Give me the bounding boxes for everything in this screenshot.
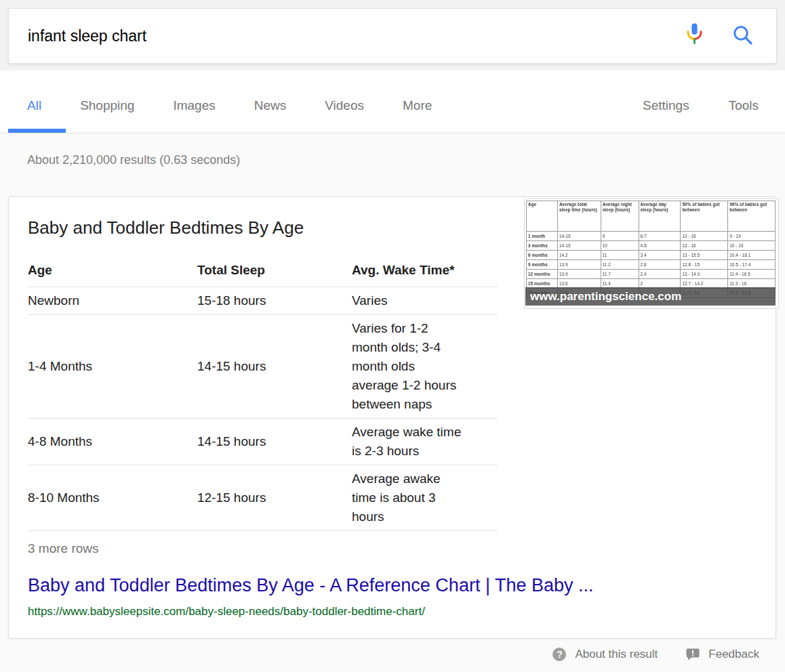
search-header (0, 0, 785, 70)
table-row: 4-8 Months 14-15 hours Average wake time… (28, 419, 498, 465)
result-thumbnail-image[interactable]: AgeAverage total sleep time (hours)Avera… (524, 198, 779, 309)
thumbnail-table-cell: 2.4 (639, 270, 681, 279)
question-mark-icon: ? (552, 648, 566, 661)
thumbnail-source-caption: www.parentingscience.com (525, 287, 776, 306)
thumbnail-table-row: 1 month14-1596-713 - 169 - 19 (527, 232, 776, 241)
results-tab-bar: All Shopping Images News Videos More Set… (0, 70, 785, 133)
thumbnail-table-cell: 11 (601, 251, 639, 260)
snippet-title: Baby and Toddler Bedtimes By Age (28, 217, 304, 238)
cell-age: 8-10 Months (28, 465, 197, 531)
table-row: 8-10 Months 12-15 hours Average awake ti… (28, 465, 498, 531)
about-this-result-link[interactable]: ? About this result (552, 648, 658, 661)
tabs-right-group: Settings Tools (643, 77, 759, 133)
thumbnail-table-cell: 3.4 (639, 251, 681, 260)
thumbnail-table-cell: 2.8 (639, 260, 681, 270)
cell-wake-time: Average wake time is 2-3 hours (352, 419, 498, 465)
thumbnail-table-cell: 14.2 (557, 251, 601, 260)
cell-age: Newborn (28, 287, 197, 315)
snippet-footer: ? About this result Feedback (552, 645, 759, 664)
thumbnail-table-cell: 11.4 - 16.5 (728, 270, 776, 279)
thumbnail-table-cell: 13 - 15.5 (681, 251, 728, 260)
thumbnail-table-cell: 10.5 - 17.4 (728, 260, 776, 270)
google-mic-icon (685, 22, 704, 49)
search-icon (732, 24, 753, 47)
thumbnail-table-cell: 6 months (527, 251, 558, 260)
tab-more[interactable]: More (403, 98, 432, 113)
voice-search-button[interactable] (685, 22, 704, 49)
cell-wake-time: Average awake time is about 3 hours (352, 465, 498, 531)
cell-age: 4-8 Months (28, 419, 197, 465)
settings-link[interactable]: Settings (643, 98, 689, 113)
thumbnail-table-cell: 14-15 (557, 241, 601, 251)
thumbnail-table-cell: 13 - 14.9 (681, 270, 728, 279)
search-input[interactable] (9, 27, 685, 45)
tab-all[interactable]: All (27, 98, 41, 113)
search-box (8, 8, 777, 64)
thumbnail-table-header: Average total sleep time (hours) (557, 201, 601, 232)
thumbnail-table-header: Average night sleep (hours) (601, 201, 639, 232)
feedback-label: Feedback (708, 648, 759, 661)
thumbnail-table-cell: 11.2 (601, 260, 639, 270)
cell-wake-time: Varies (352, 287, 498, 315)
thumbnail-table-cell: 6-7 (639, 232, 681, 241)
wake-time-text: Varies for 1-2 month olds; 3-4 month old… (352, 319, 462, 414)
active-tab-underline (8, 129, 66, 133)
cell-total-sleep: 12-15 hours (197, 465, 352, 531)
table-header-row: Age Total Sleep Avg. Wake Time* (28, 262, 498, 287)
result-url: https://www.babysleepsite.com/baby-sleep… (28, 605, 425, 618)
thumbnail-table-cell: 10 - 19 (728, 241, 776, 251)
thumbnail-table-cell: 9 months (527, 260, 558, 270)
thumbnail-table-row: 12 months13.911.72.413 - 14.911.4 - 16.5 (527, 270, 776, 279)
thumbnail-table-head-row: AgeAverage total sleep time (hours)Avera… (527, 201, 776, 232)
tab-videos[interactable]: Videos (325, 98, 364, 113)
about-this-result-label: About this result (575, 648, 658, 661)
tabs-left-group: All Shopping Images News Videos More (27, 77, 432, 133)
feedback-link[interactable]: Feedback (686, 648, 759, 661)
tab-shopping[interactable]: Shopping (80, 98, 134, 113)
thumbnail-table-cell: 3 months (527, 241, 558, 251)
result-stats: About 2,210,000 results (0.63 seconds) (27, 153, 240, 167)
thumbnail-table-cell: 12 months (527, 270, 558, 279)
thumbnail-table-row: 9 months13.911.22.812.8 - 1510.5 - 17.4 (527, 260, 776, 270)
result-link-title[interactable]: Baby and Toddler Bedtimes By Age - A Ref… (28, 575, 594, 596)
thumbnail-table-cell: 1 month (527, 232, 558, 241)
thumbnail-table-cell: 9 - 19 (728, 232, 776, 241)
thumbnail-table-header: 50% of babies got between (681, 201, 728, 232)
cell-wake-time: Varies for 1-2 month olds; 3-4 month old… (352, 315, 498, 419)
thumbnail-table-cell: 12.8 - 15 (681, 260, 728, 270)
column-header-age: Age (28, 262, 197, 287)
thumbnail-table-cell: 13.9 (557, 270, 601, 279)
wake-time-text: Average wake time is 2-3 hours (352, 423, 462, 461)
thumbnail-table-cell: 13 - 16 (681, 232, 728, 241)
thumbnail-table-cell: 14-15 (557, 232, 601, 241)
thumbnail-table-header: Average day sleep (hours) (639, 201, 681, 232)
thumbnail-table-cell: 11.7 (601, 270, 639, 279)
thumbnail-table-row: 6 months14.2113.413 - 15.510.4 - 18.1 (527, 251, 776, 260)
thumbnail-table-cell: 4-5 (639, 241, 681, 251)
column-header-wake-time: Avg. Wake Time* (352, 262, 498, 287)
thumbnail-table-cell: 10.4 - 18.1 (728, 251, 776, 260)
search-submit-button[interactable] (732, 24, 753, 47)
tab-news[interactable]: News (254, 98, 287, 113)
tab-images[interactable]: Images (173, 98, 215, 113)
table-row: 1-4 Months 14-15 hours Varies for 1-2 mo… (28, 315, 498, 419)
thumbnail-table-header: 96% of babies got between (728, 201, 776, 232)
featured-snippet-card: Baby and Toddler Bedtimes By Age Age Tot… (8, 196, 776, 639)
wake-time-text: Varies (352, 291, 462, 310)
thumbnail-table-header: Age (527, 201, 558, 232)
tools-link[interactable]: Tools (729, 98, 759, 113)
cell-total-sleep: 14-15 hours (197, 419, 352, 465)
thumbnail-table-cell: 10 (601, 241, 639, 251)
cell-total-sleep: 14-15 hours (197, 315, 352, 419)
thumbnail-table-cell: 13 - 16 (681, 241, 728, 251)
more-rows-label: 3 more rows (28, 541, 99, 556)
cell-total-sleep: 15-18 hours (197, 287, 352, 315)
cell-age: 1-4 Months (28, 315, 197, 419)
wake-time-text: Average awake time is about 3 hours (352, 469, 462, 526)
thumbnail-table: AgeAverage total sleep time (hours)Avera… (526, 201, 776, 298)
thumbnail-table-cell: 9 (601, 232, 639, 241)
table-row: Newborn 15-18 hours Varies (28, 287, 498, 315)
thumbnail-table-row: 3 months14-15104-513 - 1610 - 19 (527, 241, 776, 251)
thumbnail-table-cell: 13.9 (557, 260, 601, 270)
column-header-total-sleep: Total Sleep (197, 262, 352, 287)
